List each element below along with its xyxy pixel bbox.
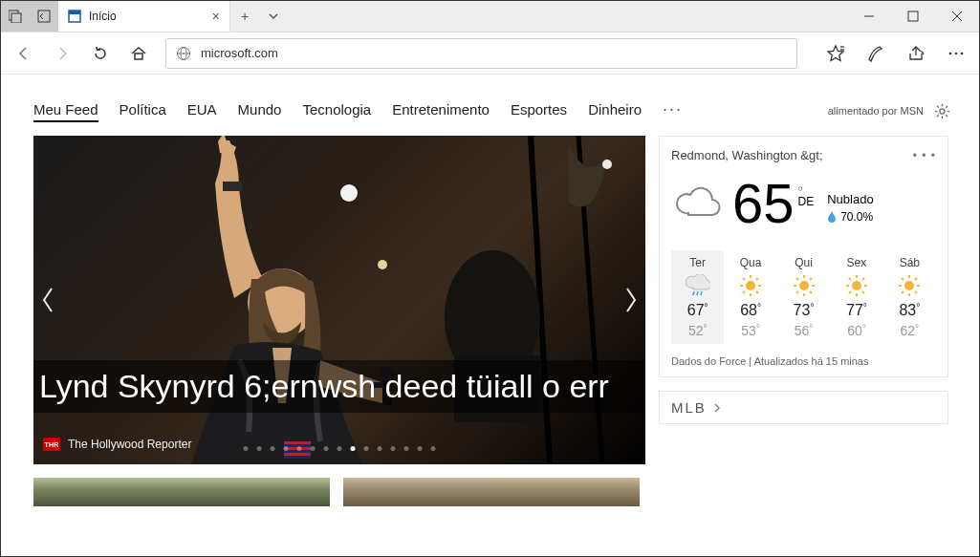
- carousel-dot[interactable]: [391, 446, 396, 451]
- svg-line-64: [796, 291, 798, 293]
- carousel-prev-icon[interactable]: [33, 271, 62, 329]
- sun-icon: [724, 275, 776, 296]
- svg-point-34: [340, 184, 358, 202]
- current-temp: 65: [732, 176, 795, 231]
- nav-tech[interactable]: Tecnologia: [302, 101, 371, 118]
- svg-rect-6: [908, 11, 918, 21]
- forecast-day[interactable]: Qua68°53°: [724, 250, 776, 344]
- forecast-day[interactable]: Sex77°60°: [830, 250, 882, 344]
- story-thumbnail[interactable]: [33, 478, 330, 506]
- svg-line-28: [946, 105, 947, 107]
- settings-gear-icon[interactable]: [933, 102, 950, 119]
- humidity-value: 70.0%: [840, 210, 873, 224]
- carousel-dot[interactable]: [311, 446, 316, 451]
- nav-money[interactable]: Dinheiro: [588, 101, 642, 118]
- forecast-day[interactable]: Ter67°52°: [671, 250, 724, 344]
- forecast-day[interactable]: Sáb83°62°: [883, 250, 936, 344]
- nav-my-feed[interactable]: Meu Feed: [33, 101, 98, 122]
- forecast-low: 60°: [830, 323, 882, 338]
- carousel-dots[interactable]: [244, 446, 436, 451]
- forecast-day[interactable]: Qui73°56°: [777, 250, 830, 344]
- browser-tab[interactable]: Início ×: [58, 1, 230, 32]
- share-button[interactable]: [903, 40, 929, 67]
- sun-icon: [777, 275, 830, 296]
- tab-close-icon[interactable]: ×: [212, 9, 220, 24]
- favorites-button[interactable]: [822, 40, 849, 67]
- weather-card[interactable]: Redmond, Washington &gt; • • • 65 ○ DE: [659, 136, 948, 377]
- forward-button[interactable]: [49, 40, 76, 67]
- mlb-card[interactable]: MLB: [659, 391, 948, 424]
- nav-sports[interactable]: Esportes: [511, 101, 567, 118]
- tab-list-dropdown-icon[interactable]: [259, 1, 288, 32]
- carousel-dot[interactable]: [431, 446, 436, 451]
- svg-point-18: [955, 52, 958, 54]
- svg-line-83: [915, 278, 917, 280]
- back-button[interactable]: [11, 40, 37, 67]
- window-controls: [847, 1, 979, 32]
- svg-point-17: [949, 52, 952, 54]
- carousel-dot[interactable]: [351, 446, 356, 451]
- hero-carousel[interactable]: Lynd Skynyrd 6;ernwsh deed tüiall o err …: [33, 136, 645, 464]
- minimize-button[interactable]: [847, 1, 891, 32]
- svg-line-80: [902, 278, 904, 280]
- forecast-day-name: Qua: [724, 256, 776, 269]
- show-tabs-icon[interactable]: [30, 10, 58, 23]
- hero-column: Lynd Skynyrd 6;ernwsh deed tüiall o err …: [33, 136, 645, 557]
- nav-more-icon[interactable]: ···: [663, 99, 683, 119]
- carousel-dot[interactable]: [257, 446, 262, 451]
- close-window-button[interactable]: [935, 1, 979, 32]
- notes-button[interactable]: [862, 40, 889, 67]
- tab-actions: [1, 1, 58, 32]
- nav-world[interactable]: Mundo: [238, 101, 282, 118]
- weather-location[interactable]: Redmond, Washington &gt;: [671, 148, 823, 162]
- forecast-day-name: Ter: [671, 256, 724, 269]
- feed-nav: Meu Feed Política EUA Mundo Tecnologia E…: [33, 99, 950, 122]
- forecast-high: 77°: [830, 302, 882, 319]
- hero-source: THR The Hollywood Reporter: [43, 438, 191, 451]
- forecast-low: 62°: [883, 323, 936, 338]
- droplet-icon: [827, 211, 837, 223]
- carousel-dot[interactable]: [418, 446, 423, 451]
- sun-icon: [883, 275, 936, 296]
- nav-us[interactable]: EUA: [187, 101, 217, 118]
- carousel-dot[interactable]: [244, 446, 249, 451]
- new-tab-button[interactable]: +: [230, 1, 259, 32]
- forecast-high: 83°: [883, 302, 936, 319]
- forecast-day-name: Sáb: [883, 256, 936, 269]
- svg-line-25: [936, 105, 938, 107]
- svg-line-72: [862, 291, 864, 293]
- nav-politics[interactable]: Política: [120, 101, 166, 118]
- svg-line-73: [849, 291, 851, 293]
- address-bar[interactable]: microsoft.com: [165, 38, 797, 69]
- browser-toolbar: microsoft.com: [1, 32, 979, 75]
- svg-line-55: [743, 291, 745, 293]
- hero-headline-wrap: Lynd Skynyrd 6;ernwsh deed tüiall o err: [33, 360, 645, 413]
- set-aside-tabs-icon[interactable]: [1, 10, 30, 23]
- weather-card-menu-icon[interactable]: • • •: [913, 149, 936, 162]
- home-button[interactable]: [125, 40, 152, 67]
- carousel-next-icon[interactable]: [617, 271, 645, 329]
- svg-rect-40: [223, 182, 242, 191]
- carousel-dot[interactable]: [284, 446, 289, 451]
- carousel-dot[interactable]: [364, 446, 369, 451]
- carousel-dot[interactable]: [271, 446, 275, 451]
- cloud-icon: [671, 184, 723, 223]
- story-thumbnail[interactable]: [343, 478, 640, 506]
- story-thumbnails: [33, 478, 645, 506]
- carousel-dot[interactable]: [297, 446, 302, 451]
- carousel-dot[interactable]: [324, 446, 329, 451]
- more-button[interactable]: [943, 40, 969, 67]
- refresh-button[interactable]: [87, 40, 114, 67]
- svg-line-81: [915, 291, 917, 293]
- site-info-icon[interactable]: [176, 46, 191, 61]
- titlebar: Início × +: [1, 1, 979, 32]
- svg-line-82: [902, 291, 904, 293]
- svg-marker-13: [828, 46, 843, 61]
- forecast-day-name: Sex: [830, 256, 882, 269]
- carousel-dot[interactable]: [338, 446, 342, 451]
- carousel-dot[interactable]: [404, 446, 409, 451]
- maximize-button[interactable]: [891, 1, 935, 32]
- svg-point-48: [746, 281, 755, 290]
- carousel-dot[interactable]: [378, 446, 382, 451]
- nav-entertainment[interactable]: Entretenimento: [392, 101, 490, 118]
